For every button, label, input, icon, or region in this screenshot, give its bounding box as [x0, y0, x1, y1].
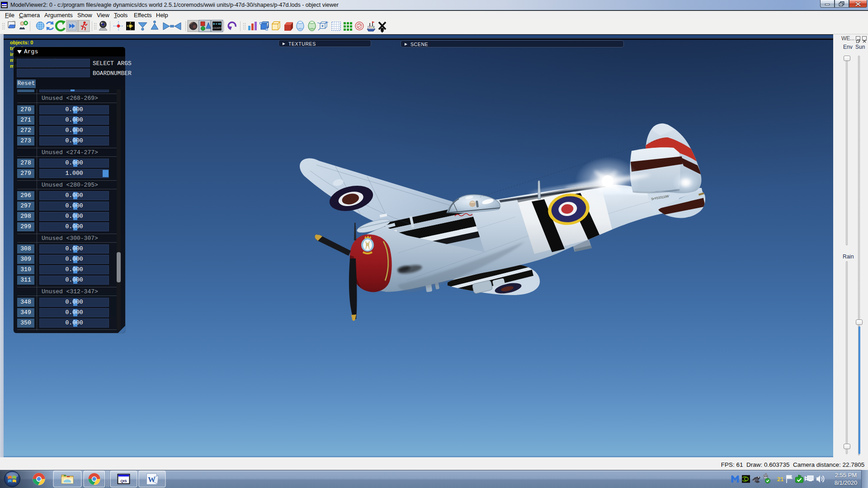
svg-text:QtS: QtS	[120, 479, 127, 483]
svg-text:W: W	[148, 475, 156, 484]
svg-text:21: 21	[777, 476, 783, 483]
svg-text:COCKPIT: COCKPIT	[212, 27, 222, 29]
